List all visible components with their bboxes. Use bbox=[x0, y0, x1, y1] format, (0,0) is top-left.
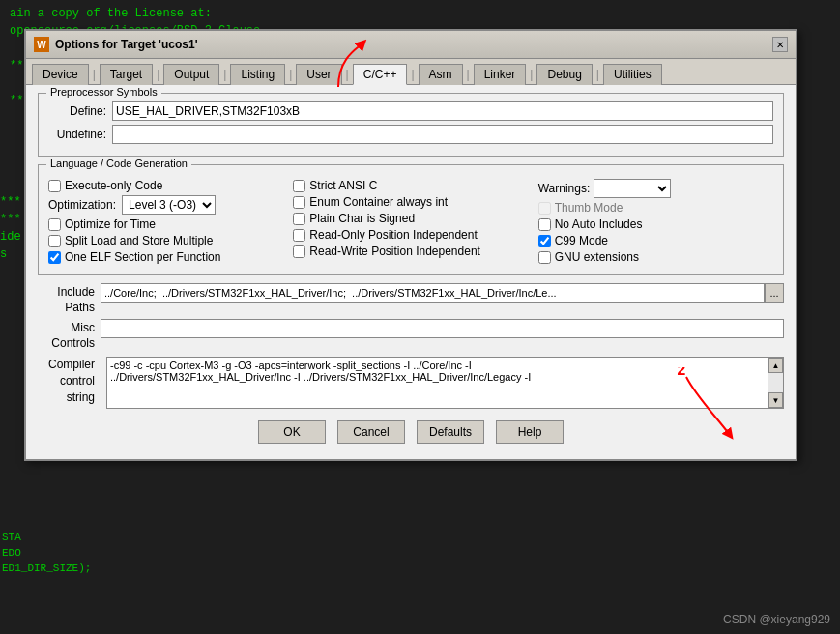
define-input[interactable] bbox=[112, 101, 773, 121]
read-write-pos-checkbox[interactable] bbox=[293, 245, 305, 258]
read-only-pos-checkbox[interactable] bbox=[293, 229, 305, 242]
lang-col-3: Warnings: Thumb Mode No Auto Includes bbox=[538, 179, 773, 267]
ok-button[interactable]: OK bbox=[258, 420, 326, 444]
scroll-track bbox=[768, 373, 783, 392]
read-only-pos-row: Read-Only Position Independent bbox=[293, 228, 528, 242]
defaults-button[interactable]: Defaults bbox=[417, 420, 484, 444]
tab-device[interactable]: Device bbox=[32, 64, 89, 85]
language-section: Language / Code Generation Execute-only … bbox=[38, 164, 784, 275]
c99-mode-checkbox[interactable] bbox=[538, 235, 551, 247]
read-only-pos-label: Read-Only Position Independent bbox=[309, 228, 477, 242]
read-write-pos-label: Read-Write Position Independent bbox=[309, 245, 480, 258]
include-paths-label: IncludePaths bbox=[38, 283, 101, 315]
preprocessor-section: Preprocessor Symbols Define: Undefine: bbox=[38, 93, 784, 157]
strict-ansi-label: Strict ANSI C bbox=[309, 179, 377, 192]
compiler-section: Compilercontrolstring -c99 -c -cpu Corte… bbox=[38, 357, 784, 409]
warnings-row: Warnings: bbox=[538, 179, 773, 198]
plain-char-row: Plain Char is Signed bbox=[293, 212, 528, 225]
split-load-checkbox[interactable] bbox=[48, 235, 61, 247]
scroll-down-arrow[interactable]: ▼ bbox=[768, 392, 783, 408]
help-button[interactable]: Help bbox=[496, 420, 564, 444]
c99-mode-row: C99 Mode bbox=[538, 234, 773, 247]
thumb-mode-checkbox[interactable] bbox=[538, 202, 551, 215]
language-label: Language / Code Generation bbox=[46, 158, 191, 169]
no-auto-includes-label: No Auto Includes bbox=[555, 217, 643, 231]
tab-target[interactable]: Target bbox=[100, 64, 153, 85]
include-paths-input[interactable] bbox=[101, 283, 765, 303]
enum-container-row: Enum Container always int bbox=[293, 195, 528, 209]
tab-utilities[interactable]: Utilities bbox=[603, 64, 662, 85]
strict-ansi-row: Strict ANSI C bbox=[293, 179, 528, 192]
include-paths-browse-button[interactable]: ... bbox=[765, 283, 784, 303]
compiler-label: Compilercontrolstring bbox=[38, 357, 101, 405]
dialog-body: Preprocessor Symbols Define: Undefine: L… bbox=[26, 85, 796, 459]
tab-output[interactable]: Output bbox=[163, 64, 219, 85]
split-load-label: Split Load and Store Multiple bbox=[65, 234, 213, 247]
optimization-select[interactable]: Level 3 (-O3) bbox=[122, 195, 216, 215]
execute-only-label: Execute-only Code bbox=[65, 179, 162, 192]
read-write-pos-row: Read-Write Position Independent bbox=[293, 245, 528, 258]
plain-char-checkbox[interactable] bbox=[293, 213, 305, 225]
compiler-textarea[interactable]: -c99 -c -cpu Cortex-M3 -g -O3 -apcs=inte… bbox=[107, 358, 783, 408]
include-paths-row: IncludePaths ... bbox=[38, 283, 784, 315]
optimize-time-row: Optimize for Time bbox=[48, 217, 283, 231]
undefine-input[interactable] bbox=[112, 125, 773, 144]
one-elf-row: One ELF Section per Function bbox=[48, 250, 283, 264]
tab-listing[interactable]: Listing bbox=[230, 64, 285, 85]
tab-asm[interactable]: Asm bbox=[419, 64, 463, 85]
plain-char-label: Plain Char is Signed bbox=[309, 212, 415, 225]
undefine-row: Undefine: bbox=[48, 125, 773, 144]
scroll-up-arrow[interactable]: ▲ bbox=[768, 358, 783, 373]
no-auto-includes-checkbox[interactable] bbox=[538, 218, 551, 231]
warnings-label: Warnings: bbox=[538, 182, 591, 195]
dialog-titlebar: W Options for Target 'ucos1' ✕ bbox=[26, 31, 796, 59]
language-columns: Execute-only Code Optimization: Level 3 … bbox=[48, 179, 773, 267]
enum-container-checkbox[interactable] bbox=[293, 196, 305, 209]
lang-col-1: Execute-only Code Optimization: Level 3 … bbox=[48, 179, 283, 267]
warnings-select[interactable] bbox=[594, 179, 671, 198]
tab-linker[interactable]: Linker bbox=[474, 64, 527, 85]
strict-ansi-checkbox[interactable] bbox=[293, 180, 305, 192]
dialog-title: Options for Target 'ucos1' bbox=[55, 38, 198, 51]
dialog-icon: W bbox=[34, 37, 49, 52]
close-button[interactable]: ✕ bbox=[772, 37, 788, 52]
misc-controls-input[interactable] bbox=[101, 319, 784, 338]
c99-mode-label: C99 Mode bbox=[555, 234, 608, 247]
tab-user[interactable]: User bbox=[296, 64, 341, 85]
execute-only-checkbox[interactable] bbox=[48, 180, 61, 192]
gnu-extensions-checkbox[interactable] bbox=[538, 251, 551, 264]
dialog: W Options for Target 'ucos1' ✕ Device | … bbox=[24, 29, 797, 461]
compiler-scrollbar: ▲ ▼ bbox=[768, 358, 783, 408]
gnu-extensions-label: GNU extensions bbox=[555, 250, 639, 264]
misc-controls-row: MiscControls bbox=[38, 319, 784, 351]
no-auto-includes-row: No Auto Includes bbox=[538, 217, 773, 231]
include-section: IncludePaths ... MiscControls bbox=[38, 283, 784, 351]
one-elf-label: One ELF Section per Function bbox=[65, 250, 220, 264]
tab-cpp[interactable]: C/C++ bbox=[353, 64, 408, 85]
misc-controls-label: MiscControls bbox=[38, 319, 101, 351]
define-row: Define: bbox=[48, 101, 773, 121]
one-elf-checkbox[interactable] bbox=[48, 251, 61, 264]
optimization-row: Optimization: Level 3 (-O3) bbox=[48, 195, 283, 215]
enum-container-label: Enum Container always int bbox=[309, 195, 448, 209]
thumb-mode-row: Thumb Mode bbox=[538, 201, 773, 215]
lang-col-2: Strict ANSI C Enum Container always int … bbox=[293, 179, 528, 267]
tabs-bar: Device | Target | Output | Listing | Use… bbox=[26, 59, 796, 85]
undefine-label: Undefine: bbox=[48, 128, 106, 141]
dialog-title-left: W Options for Target 'ucos1' bbox=[34, 37, 198, 52]
split-load-row: Split Load and Store Multiple bbox=[48, 234, 283, 247]
cancel-button[interactable]: Cancel bbox=[337, 420, 405, 444]
execute-only-row: Execute-only Code bbox=[48, 179, 283, 192]
tab-debug[interactable]: Debug bbox=[536, 64, 592, 85]
optimization-label: Optimization: bbox=[48, 198, 116, 212]
optimize-time-label: Optimize for Time bbox=[65, 217, 156, 231]
preprocessor-label: Preprocessor Symbols bbox=[46, 86, 161, 98]
compiler-textarea-wrap: -c99 -c -cpu Cortex-M3 -g -O3 -apcs=inte… bbox=[106, 357, 784, 409]
gnu-extensions-row: GNU extensions bbox=[538, 250, 773, 264]
define-label: Define: bbox=[48, 104, 106, 118]
thumb-mode-label: Thumb Mode bbox=[555, 201, 623, 215]
csdn-watermark: CSDN @xieyang929 bbox=[723, 613, 830, 626]
optimize-time-checkbox[interactable] bbox=[48, 218, 61, 231]
dialog-footer: OK Cancel Defaults Help bbox=[38, 415, 784, 447]
